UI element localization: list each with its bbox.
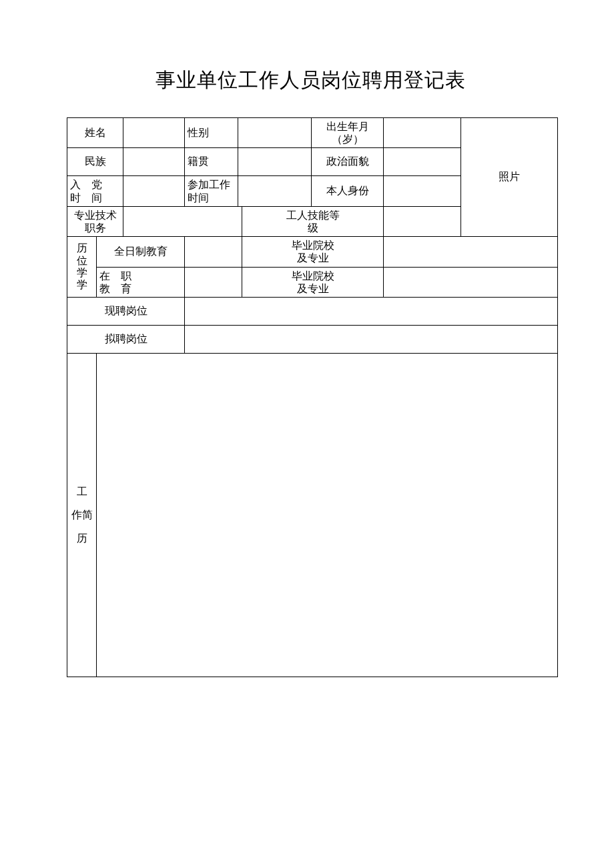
label-work-history: 工 作简 历: [67, 353, 97, 677]
label-ethnicity: 民族: [67, 148, 123, 176]
label-current-post: 现聘岗位: [67, 297, 185, 325]
value-work-history: [97, 353, 558, 677]
value-skill-level: [384, 206, 461, 236]
page-title: 事业单位工作人员岗位聘用登记表: [67, 67, 554, 94]
value-political: [384, 148, 461, 176]
value-current-post: [185, 297, 558, 325]
label-skill-level: 工人技能等 级: [242, 206, 384, 236]
value-ethnicity: [123, 148, 185, 176]
label-fulltime-edu: 全日制教育: [97, 237, 185, 267]
value-name: [123, 118, 185, 148]
label-name: 姓名: [67, 118, 123, 148]
value-party-join: [123, 176, 185, 206]
label-onjob-edu: 在 职 教 育: [97, 267, 185, 297]
label-native-place: 籍贯: [185, 148, 238, 176]
value-fulltime-edu: [185, 237, 242, 267]
photo-cell: 照片: [461, 118, 558, 237]
label-grad-school-2: 毕业院校 及专业: [242, 267, 384, 297]
registration-form-table: 姓名 性别 出生年月 （岁） 照片 民族 籍贯 政治面貌 入 党 时 间 参加工…: [67, 117, 558, 677]
value-pro-title: [123, 206, 242, 236]
value-gender: [238, 118, 312, 148]
label-grad-school-1: 毕业院校 及专业: [242, 237, 384, 267]
label-pro-title: 专业技术 职务: [67, 206, 123, 236]
value-onjob-edu: [185, 267, 242, 297]
label-identity: 本人身份: [312, 176, 384, 206]
label-work-start: 参加工作 时间: [185, 176, 238, 206]
label-education-degree: 历 位 学 学: [67, 237, 97, 298]
label-birth: 出生年月 （岁）: [312, 118, 384, 148]
value-fulltime-school: [384, 237, 558, 267]
label-gender: 性别: [185, 118, 238, 148]
label-proposed-post: 拟聘岗位: [67, 325, 185, 353]
value-birth: [384, 118, 461, 148]
value-onjob-school: [384, 267, 558, 297]
value-native-place: [238, 148, 312, 176]
label-political: 政治面貌: [312, 148, 384, 176]
value-identity: [384, 176, 461, 206]
value-work-start: [238, 176, 312, 206]
value-proposed-post: [185, 325, 558, 353]
label-party-join: 入 党 时 间: [67, 176, 123, 206]
